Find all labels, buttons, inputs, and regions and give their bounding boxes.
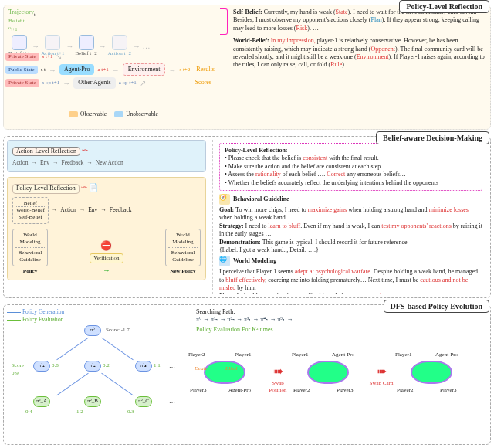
seat-label: Player1 <box>235 351 251 358</box>
searching-path-seq: π⁰ → π¹₂ → π²₂ → π³₁ → π⁴₂ → π⁵₁ → …… <box>196 316 486 324</box>
swap-icon: ⤺ <box>82 146 88 154</box>
world-model-icon: 🌐 <box>219 256 230 266</box>
s-symbol: s t+2 <box>179 66 190 73</box>
panel3-search-game: Searching Path: π⁰ → π¹₂ → π²₂ → π³₁ → π… <box>191 305 490 444</box>
robot-icon <box>12 35 27 50</box>
score-label: Score <box>12 362 24 369</box>
wm-heading: 🌐World Modeling <box>219 256 482 266</box>
swap-icon: ⤺ <box>81 183 87 192</box>
flow-feedback: Feedback <box>62 159 84 167</box>
legend: Observable Unobservable <box>69 110 158 118</box>
dealer-label: Dealer <box>195 365 209 372</box>
poker-table-icon <box>411 361 452 384</box>
verification-chip: Verification <box>90 253 123 263</box>
seat-label: Player3 <box>337 387 353 394</box>
score-root: Score: -1.7 <box>106 327 130 334</box>
tree-node: π¹₃ <box>135 361 152 372</box>
swap-position: ➠ Swap Position <box>262 364 293 394</box>
flow-new-action: New Action <box>96 159 124 167</box>
swap-arrow-icon: ➠ <box>273 365 283 378</box>
environment-box: Environment <box>123 63 166 76</box>
blind-label: Blind <box>225 365 237 372</box>
plr-bullets: Policy-Level Reflection: • Please check … <box>219 143 482 191</box>
alr-heading: Action-Level Reflection <box>12 147 80 156</box>
seat-label: Player3 <box>190 387 206 394</box>
private-state-tag2: Private State <box>5 79 39 87</box>
seat-label: Agent-Pro <box>332 351 354 358</box>
legend-eval: Policy Evaluation <box>22 316 64 323</box>
swap-card: ➠ Swap Card <box>366 364 397 387</box>
obs-t-label: ot+1 <box>8 25 17 31</box>
action-level-reflection-block: Action-Level Reflection ⤺ Action→ Env→ F… <box>7 140 206 172</box>
panel3-tree: Policy Generation Policy Evaluation π⁰ S… <box>4 305 191 444</box>
tree-node: π¹₂ <box>84 361 101 372</box>
policy-eval-count: Policy Evaluation For K² times <box>196 326 486 334</box>
panel1-title: Policy-Level Reflection <box>399 0 489 13</box>
seat-label: Player2 <box>293 387 310 394</box>
other-agents-box: Other Agents <box>73 77 115 88</box>
public-state-tag: Public State <box>5 66 38 74</box>
new-policy-label: New Policy <box>165 268 201 275</box>
aop-symbol: a op t+1 <box>119 80 137 87</box>
panel3-title: DFS-based Policy Evolution <box>384 300 489 313</box>
trajectory-label: Trajectory <box>8 8 34 15</box>
legend-gen: Policy Generation <box>22 308 64 315</box>
stop-icon: ⛔ <box>100 240 112 253</box>
belief-t-label: Belief t <box>8 18 25 24</box>
seat-label: Player3 <box>440 387 456 394</box>
robot-icon <box>45 35 60 50</box>
robot-icon <box>112 35 127 50</box>
policy-old: World Modeling Behavioral Guideline <box>12 229 48 266</box>
flow-env: Env <box>40 159 49 167</box>
plr-heading: Policy-Level Reflection <box>12 184 80 193</box>
seat-label: Agent-Pro <box>228 387 251 394</box>
score-pick: 0.9 <box>12 370 19 377</box>
panel2-title: Belief-aware Decision-Making <box>376 131 489 144</box>
seat-label: Player2 <box>397 387 413 394</box>
swap-arrow-icon: ➠ <box>377 365 387 378</box>
seat-label: Player1 <box>292 351 308 358</box>
agent-box: Agent-Pro <box>59 64 94 75</box>
world-belief-head: World-Belief: <box>233 37 269 44</box>
policy-new: World Modeling Behavioral Guideline <box>165 229 201 266</box>
tree-node-root: π⁰ <box>84 325 101 336</box>
sop-symbol: s op t+1 <box>42 80 60 87</box>
a-symbol: a t+1 <box>97 66 108 73</box>
tree-node: π¹₁ <box>33 361 50 372</box>
seat-label: Player1 <box>395 351 411 358</box>
tree-node: π²_C <box>135 396 152 407</box>
panel-dfs-evolution: Policy Generation Policy Evaluation π⁰ S… <box>3 304 491 445</box>
panel1-text: Self-Belief: Currently, my hand is weak … <box>228 5 490 129</box>
self-belief-head: Self-Belief: <box>233 8 262 15</box>
flow-action: Action <box>12 159 28 167</box>
belief-box: Belief World-Belief Self-Belief <box>12 197 49 224</box>
bg-heading: 🧭Behavioral Guideline <box>219 194 482 205</box>
panel-policy-level-reflection: Trajectoryt Belief t ot+1 Belief t+1 → A… <box>3 5 491 130</box>
private-state-tag: Private State <box>5 53 39 61</box>
scores-label: Scores <box>195 79 211 87</box>
panel2-diagram: Action-Level Reflection ⤺ Action→ Env→ F… <box>7 140 206 280</box>
guideline-icon: 🧭 <box>219 194 230 205</box>
plr-bullets-head: Policy-Level Reflection: <box>225 147 288 154</box>
seat-label: Player2 <box>188 351 205 358</box>
doc-icon: 📄 <box>89 183 98 192</box>
searching-path-head: Searching Path: <box>196 308 235 315</box>
seat-label: Agent-Pro <box>435 351 458 358</box>
robot-icon <box>79 35 94 50</box>
poker-table-icon <box>307 361 349 384</box>
policy-level-reflection-block: Policy-Level Reflection ⤺ 📄 Belief World… <box>7 177 206 280</box>
tree-node: π²_B <box>84 396 101 407</box>
s-symbol: s t+1 <box>42 53 53 60</box>
tree-node: π²_A <box>33 396 50 407</box>
s-symbol: s t <box>41 66 46 73</box>
poker-table-icon <box>204 361 245 384</box>
panel2-text: Policy-Level Reflection: • Please check … <box>212 140 486 294</box>
panel1-diagram: Trajectoryt Belief t ot+1 Belief t+1 → A… <box>4 5 228 129</box>
results-label: Results <box>196 66 215 73</box>
panel-belief-aware: Action-Level Reflection ⤺ Action→ Env→ F… <box>3 136 491 298</box>
policy-label: Policy <box>12 268 48 275</box>
